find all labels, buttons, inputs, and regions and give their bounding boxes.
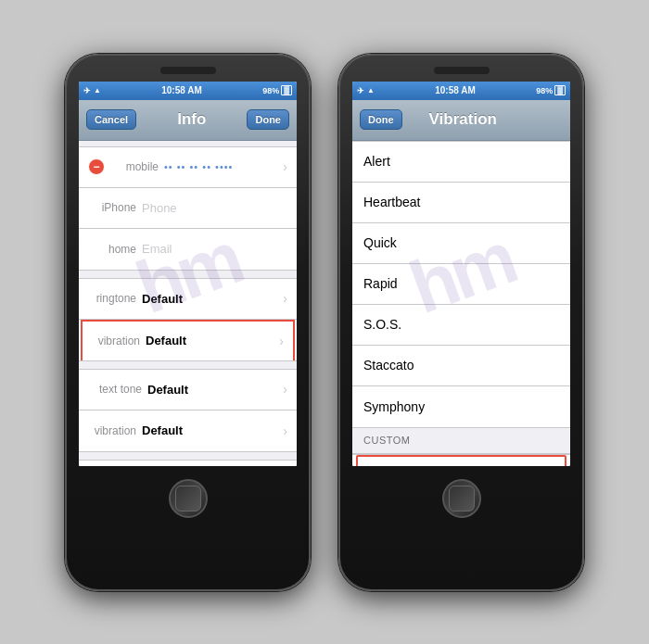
contact-info-group: − mobile •• •• •• •• •••• › iPhone Phone… (79, 146, 297, 271)
custom-section-header: Custom (352, 428, 570, 454)
done-button-2[interactable]: Done (360, 109, 402, 130)
alert-label: Alert (363, 154, 390, 169)
vibration-label-2: vibration (88, 424, 136, 437)
create-new-vibration-item[interactable]: Create New Vibration › (356, 455, 566, 466)
nav-bar-2: Done Vibration (352, 100, 570, 141)
nav-bar-1: Cancel Info Done (79, 100, 297, 141)
iphone-row[interactable]: iPhone Phone (79, 188, 297, 229)
screen-2: hm ✈ ▲ 10:58 AM 98% ▓ Done Vibration Ale (352, 82, 570, 466)
vibration-chevron-2: › (283, 423, 287, 438)
vibration-value-1: Default (146, 334, 279, 347)
vibration-standard-group: Alert Heartbeat Quick Rapid S.O.S. Stacc… (352, 141, 570, 428)
battery-text-1: 98% (262, 86, 279, 95)
nav-title-2: Vibration (429, 110, 497, 129)
airplane-icon-2: ✈ (357, 86, 364, 95)
heartbeat-label: Heartbeat (363, 195, 420, 209)
home-button-inner-1 (175, 486, 201, 511)
homepage-row[interactable]: home page URL (79, 461, 297, 466)
wifi-icon: ▲ (94, 86, 101, 95)
texttone-row[interactable]: text tone Default › (79, 370, 297, 410)
rapid-item[interactable]: Rapid (352, 264, 570, 305)
screen-1: hm ✈ ▲ 10:58 AM 98% ▓ Cancel Info Done (79, 82, 297, 466)
vibration-value-2: Default (142, 423, 283, 437)
wifi-icon-2: ▲ (367, 86, 375, 95)
email-row[interactable]: home Email (79, 229, 297, 270)
vibration-custom-group: Create New Vibration › (352, 454, 570, 466)
done-button-1[interactable]: Done (247, 109, 289, 130)
time-display-1: 10:58 AM (161, 85, 202, 95)
battery-text-2: 98% (536, 86, 553, 95)
sos-item[interactable]: S.O.S. (352, 305, 570, 346)
email-placeholder: Email (142, 242, 287, 256)
battery-icon-1: ▓ (281, 85, 292, 95)
vibration-chevron-1: › (279, 334, 284, 348)
phone-2: hm ✈ ▲ 10:58 AM 98% ▓ Done Vibration Ale (338, 54, 584, 591)
staccato-item[interactable]: Staccato (352, 346, 570, 386)
heartbeat-item[interactable]: Heartbeat (352, 183, 570, 223)
home-label: home (88, 243, 136, 256)
texttone-group: text tone Default › vibration Default › (79, 369, 297, 452)
quick-item[interactable]: Quick (352, 223, 570, 264)
airplane-icon: ✈ (83, 86, 91, 95)
texttone-value: Default (147, 383, 283, 397)
status-bar-2: ✈ ▲ 10:58 AM 98% ▓ (352, 82, 570, 100)
ringtone-group: ringtone Default › vibration Default › (79, 278, 297, 361)
vibration-content: Alert Heartbeat Quick Rapid S.O.S. Stacc… (352, 141, 570, 466)
ringtone-label: ringtone (88, 292, 136, 305)
home-button-1[interactable] (169, 479, 208, 518)
mobile-label: mobile (110, 160, 159, 173)
time-display-2: 10:58 AM (435, 85, 476, 95)
battery-icon-2: ▓ (554, 85, 566, 95)
texttone-chevron: › (283, 382, 287, 397)
nav-title-1: Info (177, 110, 206, 129)
vibration-row-1[interactable]: vibration Default › (81, 320, 295, 360)
sos-label: S.O.S. (363, 317, 401, 332)
texttone-label: text tone (88, 383, 142, 396)
quick-label: Quick (363, 235, 397, 250)
mobile-value: •• •• •• •• •••• (164, 161, 233, 172)
staccato-label: Staccato (363, 358, 414, 373)
home-button-2[interactable] (442, 479, 481, 518)
ringtone-value: Default (142, 292, 283, 306)
custom-header-label: Custom (363, 435, 410, 446)
ringtone-row[interactable]: ringtone Default › (79, 279, 297, 320)
content-1: − mobile •• •• •• •• •••• › iPhone Phone… (79, 141, 297, 466)
vibration-row-2[interactable]: vibration Default › (79, 410, 297, 451)
vibration-label-1: vibration (92, 335, 140, 347)
symphony-label: Symphony (363, 399, 425, 414)
iphone-label: iPhone (88, 201, 136, 214)
phone-placeholder: Phone (142, 201, 287, 215)
ringtone-chevron: › (283, 291, 287, 306)
mobile-chevron: › (283, 159, 287, 174)
phone-1: hm ✈ ▲ 10:58 AM 98% ▓ Cancel Info Done (65, 54, 311, 591)
homepage-group: home page URL (79, 460, 297, 466)
rapid-label: Rapid (363, 276, 398, 291)
status-bar-1: ✈ ▲ 10:58 AM 98% ▓ (79, 82, 297, 100)
cancel-button[interactable]: Cancel (86, 109, 136, 130)
alert-item[interactable]: Alert (352, 142, 570, 183)
mobile-row[interactable]: − mobile •• •• •• •• •••• › (79, 147, 297, 188)
symphony-item[interactable]: Symphony (352, 386, 570, 427)
delete-mobile-icon[interactable]: − (88, 158, 105, 175)
home-button-inner-2 (449, 486, 475, 511)
